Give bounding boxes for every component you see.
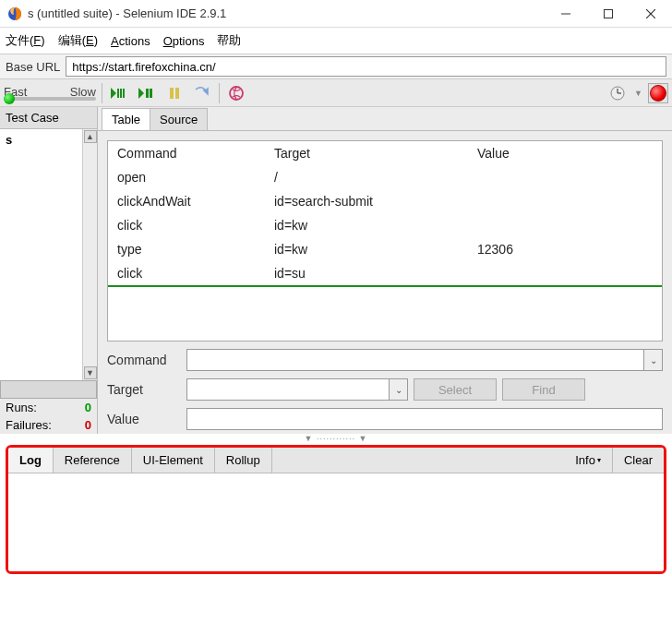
- tab-source[interactable]: Source: [150, 108, 208, 130]
- col-target: Target: [265, 141, 468, 165]
- play-suite-button[interactable]: [108, 82, 130, 104]
- failures-value: 0: [85, 418, 91, 432]
- editor-panel: Table Source Command Target Value open/c…: [98, 107, 672, 434]
- svg-rect-10: [146, 89, 149, 98]
- info-dropdown[interactable]: Info▾: [564, 448, 612, 473]
- close-button[interactable]: [630, 0, 672, 27]
- select-button[interactable]: Select: [414, 378, 497, 401]
- progress-bar: [0, 380, 97, 399]
- base-url-label: Base URL: [6, 60, 60, 74]
- tab-table[interactable]: Table: [102, 108, 150, 130]
- svg-rect-12: [170, 88, 174, 99]
- chevron-down-icon[interactable]: ⌄: [644, 349, 663, 371]
- firefox-icon: [7, 6, 22, 21]
- toolbar: FastSlow ▼: [0, 79, 672, 107]
- menu-help[interactable]: 帮助: [217, 32, 241, 49]
- test-case-header: Test Case: [0, 107, 97, 129]
- tab-reference[interactable]: Reference: [54, 448, 131, 473]
- form-target-label: Target: [107, 382, 181, 397]
- table-row[interactable]: clickid=su: [108, 261, 662, 285]
- menu-bar: 文件(F) 编辑(E) Actions Options 帮助: [0, 28, 672, 54]
- rollup-icon[interactable]: [225, 82, 247, 104]
- svg-rect-7: [120, 89, 122, 98]
- failures-label: Failures:: [6, 418, 52, 432]
- svg-rect-8: [123, 89, 125, 98]
- log-panel: Log Reference UI-Element Rollup Info▾ Cl…: [6, 445, 666, 574]
- window-title: s (untitled suite) - Selenium IDE 2.9.1: [28, 6, 545, 20]
- scrollbar[interactable]: ▲ ▼: [82, 129, 97, 380]
- form-target-input[interactable]: [186, 378, 390, 401]
- log-body: [8, 473, 664, 571]
- runs-value: 0: [85, 401, 91, 414]
- title-bar: s (untitled suite) - Selenium IDE 2.9.1: [0, 0, 672, 28]
- tab-log[interactable]: Log: [8, 448, 53, 473]
- scroll-down-icon[interactable]: ▼: [84, 366, 97, 379]
- menu-options[interactable]: Options: [163, 34, 205, 48]
- step-button[interactable]: [191, 82, 213, 104]
- dropdown-caret-icon[interactable]: ▼: [634, 89, 642, 98]
- record-button[interactable]: [648, 83, 668, 103]
- clear-button[interactable]: Clear: [613, 448, 664, 473]
- form-command-label: Command: [107, 353, 181, 367]
- tab-ui-element[interactable]: UI-Element: [132, 448, 214, 473]
- tab-rollup[interactable]: Rollup: [215, 448, 271, 473]
- menu-file[interactable]: 文件(F): [6, 32, 45, 49]
- col-command: Command: [108, 141, 265, 165]
- chevron-down-icon[interactable]: ⌄: [390, 378, 408, 401]
- svg-marker-5: [111, 88, 116, 99]
- table-row[interactable]: typeid=kw12306: [108, 237, 662, 261]
- test-case-list[interactable]: s: [0, 129, 82, 380]
- table-row[interactable]: clickid=kw: [108, 213, 662, 237]
- play-test-button[interactable]: [136, 82, 158, 104]
- svg-rect-6: [117, 89, 119, 98]
- speed-slider[interactable]: FastSlow: [4, 85, 96, 101]
- base-url-input[interactable]: [66, 56, 666, 77]
- svg-rect-11: [150, 89, 152, 98]
- menu-edit[interactable]: 编辑(E): [58, 32, 98, 49]
- svg-rect-13: [175, 88, 179, 99]
- splitter[interactable]: ▼ ∙∙∙∙∙∙∙∙∙∙∙∙ ▼: [0, 434, 672, 443]
- svg-point-14: [230, 87, 243, 100]
- command-grid[interactable]: Command Target Value open/clickAndWaitid…: [107, 140, 663, 341]
- find-button[interactable]: Find: [502, 378, 585, 401]
- maximize-button[interactable]: [587, 0, 630, 27]
- test-case-panel: Test Case s ▲ ▼ Runs: 0 Failures: 0: [0, 107, 98, 434]
- table-row[interactable]: open/: [108, 165, 662, 189]
- base-url-row: Base URL: [0, 54, 672, 79]
- form-value-label: Value: [107, 412, 181, 426]
- pause-button[interactable]: [163, 82, 186, 104]
- scroll-up-icon[interactable]: ▲: [84, 130, 97, 143]
- runs-label: Runs:: [6, 401, 37, 414]
- menu-actions[interactable]: Actions: [111, 34, 150, 48]
- form-value-input[interactable]: [186, 408, 663, 430]
- svg-rect-2: [605, 9, 613, 18]
- scheduler-icon[interactable]: [606, 82, 629, 104]
- table-row[interactable]: clickAndWaitid=search-submit: [108, 189, 662, 213]
- col-value: Value: [468, 141, 662, 165]
- form-command-input[interactable]: [186, 349, 644, 371]
- svg-marker-9: [138, 88, 144, 99]
- minimize-button[interactable]: [545, 0, 587, 27]
